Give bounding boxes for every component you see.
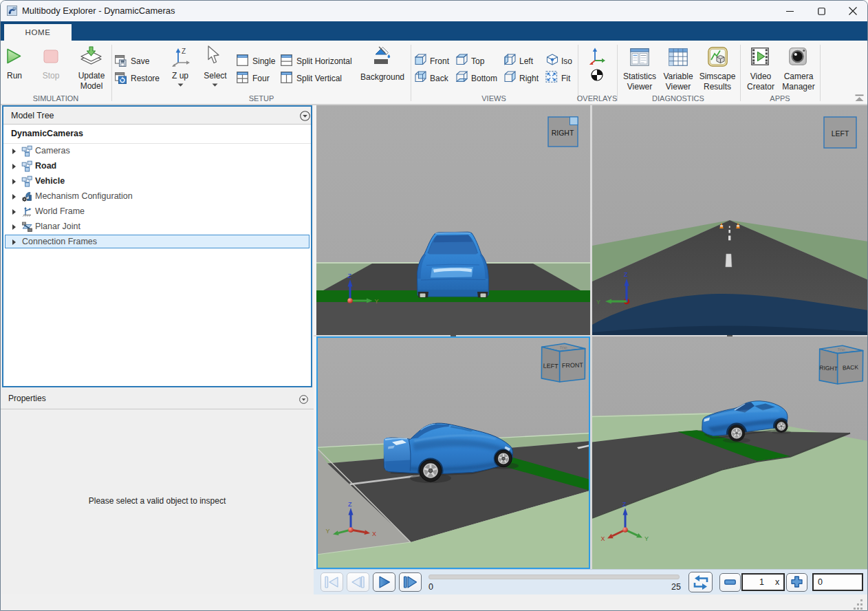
resize-grip[interactable]: [851, 599, 864, 610]
axis-label-z: Z: [348, 272, 352, 279]
z-up-dropdown-icon: [177, 83, 184, 87]
group-label-overlays: OVERLAYS: [563, 94, 631, 103]
axis-label-y: Y: [326, 528, 330, 535]
minus-icon: [724, 579, 736, 585]
model-tree-root[interactable]: DynamicCameras: [3, 125, 311, 144]
viewport-bottom-right[interactable]: Z X Y RIGHT BACK TOP: [592, 336, 868, 569]
decrease-speed-button[interactable]: [719, 573, 741, 592]
view-cube-proxy[interactable]: LEFT: [824, 117, 856, 148]
ribbon-separator: [820, 45, 821, 101]
expand-arrow-icon[interactable]: [12, 164, 16, 169]
axis-label-x: X: [601, 535, 605, 542]
update-model-icon: [79, 46, 103, 67]
model-tree-header: Model Tree: [3, 107, 311, 125]
subsystem-icon: [21, 160, 33, 172]
back-view-icon: [415, 71, 426, 83]
ribbon: Run Stop Update Model SIMULATION: [1, 41, 868, 105]
expand-arrow-icon[interactable]: [12, 149, 16, 154]
view-cube-proxy[interactable]: RIGHT: [548, 117, 578, 147]
fit-view-icon: [545, 71, 558, 83]
axis-label-z: Z: [624, 271, 628, 278]
center-of-mass-overlay-icon: [591, 69, 603, 81]
view-cube-left-face-label: LEFT: [543, 362, 558, 369]
step-back-icon: [351, 575, 365, 589]
step-back-button[interactable]: [347, 572, 369, 592]
viewport-top-left[interactable]: Z Y RIGHT: [316, 105, 590, 335]
left-view-icon: [504, 54, 516, 65]
viewport-splitter-horizontal[interactable]: [314, 335, 868, 336]
multibody-explorer-window: Multibody Explorer - DynamicCameras HOME…: [0, 0, 868, 611]
save-icon: [115, 55, 127, 67]
video-creator-icon: [751, 47, 769, 65]
step-forward-button[interactable]: [399, 572, 422, 592]
select-dropdown-icon: [212, 83, 218, 87]
four-layout-icon: [237, 72, 248, 83]
collapse-ribbon-button[interactable]: [855, 94, 864, 102]
group-label-diagnostics: DIAGNOSTICS: [644, 94, 713, 103]
tab-home[interactable]: HOME: [4, 24, 72, 41]
tree-item-mechanism-configuration[interactable]: Mechanism Configuration: [3, 189, 311, 204]
slider-max-label: 25: [666, 582, 681, 592]
group-label-apps: APPS: [746, 94, 814, 103]
close-button[interactable]: [837, 1, 868, 21]
front-wheel: [728, 425, 745, 441]
viewport-splitter-vertical[interactable]: [590, 105, 592, 569]
tree-item-vehicle[interactable]: Vehicle: [3, 174, 311, 189]
plus-icon: [791, 576, 803, 588]
tree-item-cameras[interactable]: Cameras: [3, 144, 311, 159]
view-cube-right-face-label: FRONT: [562, 361, 584, 369]
viewport-top-right[interactable]: Z Y LEFT: [592, 105, 868, 335]
title-bar: Multibody Explorer - DynamicCameras: [1, 1, 868, 21]
maximize-icon: [818, 8, 825, 15]
ribbon-separator: [740, 45, 741, 101]
maximize-button[interactable]: [805, 1, 837, 21]
expand-arrow-icon[interactable]: [12, 194, 16, 200]
expand-arrow-icon[interactable]: [12, 239, 16, 245]
properties-collapse-icon[interactable]: [299, 395, 308, 404]
axis-label-y: Y: [596, 299, 600, 306]
expand-arrow-icon[interactable]: [12, 224, 16, 230]
loop-button[interactable]: [688, 572, 713, 592]
restore-icon: [115, 72, 127, 84]
go-to-start-button[interactable]: [321, 572, 343, 592]
axis-label-x: X: [372, 530, 376, 537]
camera-manager-icon: [789, 47, 807, 65]
svg-text:Z: Z: [182, 47, 186, 55]
speed-value: 1: [759, 577, 764, 587]
tree-item-world-frame[interactable]: World Frame: [3, 204, 311, 219]
expand-arrow-icon[interactable]: [12, 179, 16, 184]
bottom-view-icon: [456, 71, 468, 83]
view-cube-3d[interactable]: LEFT FRONT TOP: [541, 343, 585, 382]
expand-arrow-icon[interactable]: [12, 209, 16, 215]
single-layout-icon: [237, 54, 248, 66]
model-tree-title: Model Tree: [11, 111, 54, 120]
properties-title: Properties: [8, 394, 46, 403]
speed-input[interactable]: 1 x: [741, 573, 785, 591]
minimize-button[interactable]: [774, 1, 805, 21]
tree-item-road[interactable]: Road: [3, 159, 311, 174]
slider-min-label: 0: [428, 582, 433, 592]
tree-item-planar-joint[interactable]: Planar Joint: [3, 219, 311, 235]
play-button[interactable]: [373, 572, 395, 592]
increase-speed-button[interactable]: [786, 573, 807, 592]
viewport-bottom-left[interactable]: Z Y X LEFT FRONT TOP: [316, 336, 590, 569]
close-icon: [849, 7, 857, 15]
time-value: 0: [818, 577, 823, 587]
axis-label-z: Z: [622, 501, 627, 508]
step-forward-icon: [403, 575, 417, 589]
rear-wheel: [420, 460, 442, 482]
scene-iso-left-front: Z Y X LEFT FRONT TOP: [316, 336, 590, 569]
time-display-input[interactable]: 0: [812, 573, 863, 591]
ribbon-tab-strip: HOME: [1, 21, 868, 41]
tree-item-connection-frames[interactable]: Connection Frames: [3, 235, 311, 250]
variable-viewer-icon: [669, 48, 688, 66]
properties-header: Properties: [1, 389, 314, 409]
playback-toolbar: 0 25 1 x 0: [314, 569, 868, 594]
view-cube-3d[interactable]: RIGHT BACK TOP: [819, 345, 863, 384]
model-tree-collapse-icon[interactable]: [300, 111, 310, 121]
collapse-ribbon-icon: [855, 94, 864, 102]
loop-icon: [693, 575, 709, 590]
time-slider[interactable]: [428, 575, 680, 579]
splitter-grip: [727, 335, 733, 336]
split-horizontal-icon: [281, 54, 292, 66]
